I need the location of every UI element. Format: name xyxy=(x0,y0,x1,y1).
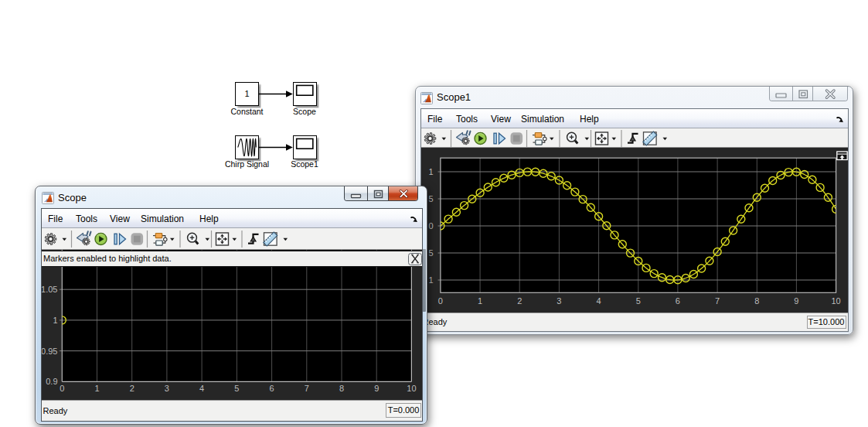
svg-text:8: 8 xyxy=(754,295,759,305)
svg-text:0: 0 xyxy=(428,221,433,231)
svg-text:1: 1 xyxy=(94,384,99,393)
svg-text:1: 1 xyxy=(53,316,57,325)
svg-text:10: 10 xyxy=(831,295,840,305)
svg-text:5: 5 xyxy=(636,295,641,305)
svg-text:0.95: 0.95 xyxy=(42,347,58,356)
svg-text:5: 5 xyxy=(428,248,433,258)
svg-text:7: 7 xyxy=(715,295,720,305)
svg-text:2: 2 xyxy=(517,295,522,305)
svg-text:8: 8 xyxy=(339,384,344,393)
svg-text:3: 3 xyxy=(165,384,169,393)
svg-text:5: 5 xyxy=(234,384,239,393)
svg-text:1: 1 xyxy=(478,295,482,305)
svg-text:6: 6 xyxy=(270,384,274,393)
svg-text:7: 7 xyxy=(305,384,309,393)
svg-text:3: 3 xyxy=(557,295,561,305)
svg-text:6: 6 xyxy=(676,295,680,305)
svg-text:1: 1 xyxy=(428,167,433,176)
svg-text:0.9: 0.9 xyxy=(46,377,57,386)
svg-text:4: 4 xyxy=(199,384,204,393)
svg-text:2: 2 xyxy=(130,384,134,393)
svg-text:4: 4 xyxy=(597,295,601,305)
svg-text:1: 1 xyxy=(428,275,433,285)
svg-text:5: 5 xyxy=(428,194,433,203)
svg-text:0: 0 xyxy=(60,384,64,393)
svg-text:10: 10 xyxy=(407,384,416,393)
svg-text:1.05: 1.05 xyxy=(42,285,58,294)
svg-text:9: 9 xyxy=(794,295,798,305)
svg-text:0: 0 xyxy=(438,295,443,305)
svg-text:9: 9 xyxy=(374,384,379,393)
